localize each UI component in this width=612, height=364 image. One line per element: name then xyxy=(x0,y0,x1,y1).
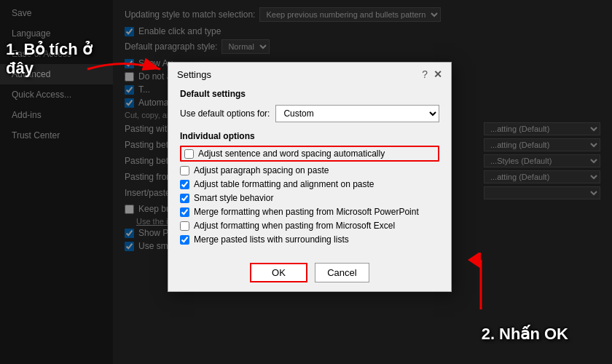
adjust-paragraph-label: Adjust paragraph spacing on paste xyxy=(194,165,329,175)
adjust-excel-checkbox[interactable] xyxy=(180,221,189,231)
use-default-select[interactable]: Custom xyxy=(275,105,439,122)
cancel-button[interactable]: Cancel xyxy=(315,263,369,282)
adjust-paragraph-checkbox[interactable] xyxy=(180,166,189,175)
option-adjust-excel: Adjust formatting when pasting from Micr… xyxy=(180,221,439,231)
merge-lists-checkbox[interactable] xyxy=(180,235,189,245)
smart-style-checkbox[interactable] xyxy=(180,194,189,203)
option-adjust-sentence: Adjust sentence and word spacing automat… xyxy=(180,146,439,162)
option-smart-style: Smart style behavior xyxy=(180,193,439,203)
merge-powerpoint-checkbox[interactable] xyxy=(180,207,189,217)
adjust-table-label: Adjust table formatting and alignment on… xyxy=(194,179,374,189)
merge-lists-label: Merge pasted lists with surrounding list… xyxy=(194,234,349,245)
dialog-titlebar: Settings ? ✕ xyxy=(168,63,451,83)
option-merge-powerpoint: Merge formatting when pasting from Micro… xyxy=(180,207,439,217)
settings-dialog: Settings ? ✕ Default settings Use defaul… xyxy=(168,62,452,292)
help-icon[interactable]: ? xyxy=(422,68,428,80)
merge-powerpoint-label: Merge formatting when pasting from Micro… xyxy=(194,207,419,217)
adjust-sentence-label: Adjust sentence and word spacing automat… xyxy=(198,149,385,159)
default-section-title: Default settings xyxy=(180,89,439,99)
use-default-label: Use default options for: xyxy=(180,108,270,119)
adjust-excel-label: Adjust formatting when pasting from Micr… xyxy=(194,221,395,231)
individual-section-title: Individual options xyxy=(180,131,439,141)
close-button[interactable]: ✕ xyxy=(434,68,442,80)
default-row: Use default options for: Custom xyxy=(180,105,439,122)
option-adjust-table: Adjust table formatting and alignment on… xyxy=(180,179,439,189)
adjust-table-checkbox[interactable] xyxy=(180,180,189,189)
dialog-title: Settings xyxy=(177,69,211,80)
option-adjust-paragraph: Adjust paragraph spacing on paste xyxy=(180,165,439,175)
dialog-body: Default settings Use default options for… xyxy=(168,83,451,257)
dialog-controls: ? ✕ xyxy=(422,68,442,80)
adjust-sentence-checkbox[interactable] xyxy=(184,149,194,159)
dialog-footer: OK Cancel xyxy=(168,257,451,291)
smart-style-label: Smart style behavior xyxy=(194,193,273,203)
option-merge-lists: Merge pasted lists with surrounding list… xyxy=(180,234,439,245)
ok-button[interactable]: OK xyxy=(250,263,307,282)
